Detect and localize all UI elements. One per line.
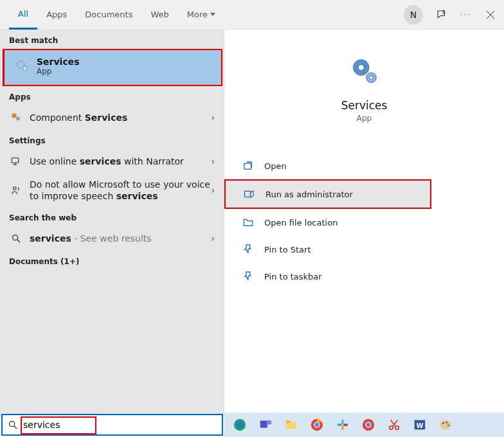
action-label: Pin to Start <box>264 245 310 254</box>
result-narrator-services[interactable]: Use online services with Narrator › <box>0 149 224 174</box>
chevron-down-icon <box>210 13 215 16</box>
svg-rect-6 <box>12 158 19 163</box>
narrator-icon <box>9 154 23 168</box>
taskbar-app-snip[interactable] <box>384 415 404 435</box>
result-label: services - See web results <box>30 233 211 244</box>
svg-point-23 <box>267 420 271 425</box>
svg-rect-17 <box>245 192 251 197</box>
result-label: Component Services <box>30 112 211 123</box>
tab-more[interactable]: More <box>178 0 224 30</box>
taskbar-app-word[interactable]: W <box>410 415 430 435</box>
action-run-as-administrator[interactable]: Run as administrator <box>224 179 431 209</box>
services-app-icon-large <box>346 54 382 90</box>
taskbar-app-explorer[interactable] <box>281 415 302 435</box>
svg-point-29 <box>315 423 319 427</box>
start-search-box[interactable] <box>1 414 223 436</box>
best-match-sub: App <box>37 67 80 76</box>
best-match-text: Services App <box>37 57 80 76</box>
search-filter-tabs: All Apps Documents Web More N ··· <box>0 0 504 30</box>
action-pin-to-start[interactable]: Pin to Start <box>224 236 504 263</box>
svg-point-9 <box>14 187 17 190</box>
preview-title: Services <box>224 99 504 112</box>
web-header: Search the web <box>0 207 224 226</box>
best-match-header: Best match <box>0 30 224 49</box>
speech-icon <box>9 183 23 197</box>
best-match-title: Services <box>37 57 80 67</box>
options-icon[interactable]: ··· <box>460 9 472 21</box>
search-icon <box>9 231 23 245</box>
chevron-right-icon: › <box>211 156 215 166</box>
pin-icon <box>241 242 255 256</box>
svg-point-15 <box>369 76 372 79</box>
action-open-file-location[interactable]: Open file location <box>224 209 504 236</box>
pin-icon <box>241 269 255 283</box>
search-results-pane: Best match Services App Apps Component S… <box>0 30 504 418</box>
svg-rect-32 <box>341 425 344 430</box>
action-label: Open file location <box>264 218 338 227</box>
result-web-services[interactable]: services - See web results › <box>0 226 224 251</box>
tab-web[interactable]: Web <box>141 0 177 30</box>
svg-text:W: W <box>416 422 423 429</box>
open-icon <box>241 159 255 173</box>
svg-point-3 <box>22 66 27 71</box>
window-controls: N ··· <box>404 5 499 24</box>
preview-header: Services App <box>224 30 504 123</box>
preview-subtitle: App <box>224 114 504 123</box>
taskbar-app-chrome[interactable] <box>307 415 327 435</box>
svg-point-43 <box>440 420 451 430</box>
chevron-right-icon: › <box>211 112 215 123</box>
settings-header: Settings <box>0 130 224 149</box>
action-label: Open <box>264 161 287 171</box>
tab-apps[interactable]: Apps <box>37 0 76 30</box>
action-open[interactable]: Open <box>224 152 504 179</box>
svg-rect-33 <box>343 424 348 426</box>
tab-documents[interactable]: Documents <box>76 0 141 30</box>
result-label: Use online services with Narrator <box>30 156 211 167</box>
svg-point-45 <box>446 422 447 424</box>
taskbar-app-chrome2[interactable] <box>358 415 379 435</box>
close-button[interactable] <box>485 10 499 19</box>
search-icon <box>8 420 18 430</box>
chevron-right-icon: › <box>211 233 215 244</box>
result-speech-services[interactable]: Do not allow Microsoft to use your voice… <box>0 174 224 207</box>
taskbar-app-paint[interactable] <box>435 415 456 435</box>
apps-header: Apps <box>0 86 224 105</box>
user-avatar[interactable]: N <box>404 5 423 24</box>
svg-rect-31 <box>338 424 342 426</box>
taskbar-app-slack[interactable] <box>332 415 353 435</box>
svg-point-46 <box>447 425 449 427</box>
svg-point-18 <box>10 422 15 427</box>
svg-point-5 <box>16 117 20 121</box>
taskbar-app-teams[interactable] <box>255 415 276 435</box>
documents-header: Documents (1+) <box>0 251 224 270</box>
svg-rect-16 <box>244 163 251 169</box>
best-match-item[interactable]: Services App <box>3 49 222 86</box>
services-app-icon <box>15 58 30 74</box>
feedback-icon[interactable] <box>436 9 447 21</box>
tab-all[interactable]: All <box>9 0 37 30</box>
action-label: Run as administrator <box>266 190 353 199</box>
svg-point-44 <box>442 422 444 424</box>
action-pin-to-taskbar[interactable]: Pin to taskbar <box>224 263 504 290</box>
svg-line-11 <box>17 240 20 242</box>
svg-rect-30 <box>341 420 344 424</box>
taskbar: W <box>224 413 504 437</box>
search-input[interactable] <box>18 415 222 434</box>
preview-actions: Open Run as administrator Open file loca… <box>224 152 504 290</box>
result-component-services[interactable]: Component Services › <box>0 105 224 130</box>
action-label: Pin to taskbar <box>264 272 322 281</box>
svg-rect-22 <box>260 421 267 428</box>
svg-point-36 <box>366 423 370 427</box>
admin-shield-icon <box>242 187 256 201</box>
svg-point-21 <box>237 422 244 429</box>
svg-point-10 <box>13 235 18 240</box>
svg-rect-25 <box>286 421 291 424</box>
chevron-right-icon: › <box>211 185 215 195</box>
result-label: Do not allow Microsoft to use your voice… <box>30 179 211 202</box>
folder-icon <box>241 215 255 229</box>
taskbar-app-edge[interactable] <box>230 415 250 435</box>
svg-point-4 <box>12 113 17 118</box>
svg-line-19 <box>14 426 17 429</box>
preview-pane: Services App Open Run as administrator <box>224 30 504 418</box>
svg-point-13 <box>358 65 364 71</box>
